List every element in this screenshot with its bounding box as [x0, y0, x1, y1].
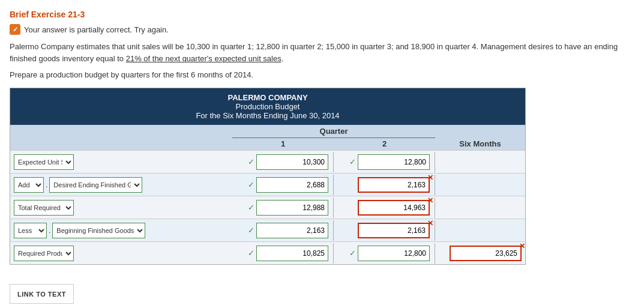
- total-q1-wrapper: ✓: [256, 200, 328, 216]
- beginning-q1-input[interactable]: [256, 223, 328, 238]
- desired-q1-wrapper: ✓: [256, 177, 328, 193]
- desired-q2-wrapper: ✕: [358, 177, 430, 193]
- link-to-text-container[interactable]: LINK TO TEXT: [10, 284, 74, 304]
- row-left-desired: Add . Desired Ending Finished Goods Inve…: [10, 175, 232, 195]
- row-left-beginning: Less . Beginning Finished Goods Inventor…: [10, 220, 232, 241]
- six-spacer: [435, 125, 525, 138]
- production-q2-input[interactable]: [358, 246, 430, 261]
- expected-row-select[interactable]: Expected Unit Sales: [14, 154, 74, 170]
- expected-q2-check: ✓: [349, 157, 356, 166]
- budget-type: Production Budget: [13, 102, 523, 111]
- production-q1-input[interactable]: [256, 246, 328, 261]
- expected-q2-input[interactable]: [358, 154, 430, 170]
- expected-q1-check: ✓: [248, 157, 254, 166]
- expected-six-cell: [435, 160, 525, 165]
- col-q2-header: 2: [334, 138, 435, 150]
- row-cells-desired: ✓ ✕: [232, 175, 435, 195]
- total-six-cell: [435, 205, 525, 210]
- production-six-input[interactable]: [450, 246, 522, 261]
- row-cells-total: ✓ ✕: [232, 198, 435, 218]
- desc-text-2: .: [281, 54, 284, 63]
- partial-correct-banner: ✓ Your answer is partially correct. Try …: [10, 24, 634, 35]
- production-six-wrapper: ✕: [450, 246, 522, 261]
- total-q2-input[interactable]: [358, 200, 430, 216]
- production-six-cell: ✕: [435, 243, 525, 264]
- link-to-text-section: LINK TO TEXT: [10, 274, 634, 304]
- desc-underline: 21% of the next quarter's expected unit …: [126, 54, 281, 63]
- total-q1-input[interactable]: [256, 200, 328, 216]
- row-left-production: Required Production Units: [10, 243, 232, 264]
- total-q1-check: ✓: [248, 203, 254, 212]
- row-total-required: Total Required Units ✓ ✕: [10, 196, 525, 219]
- production-q1-cell: ✓: [232, 243, 334, 264]
- row-required-production: Required Production Units ✓ ✓ ✕: [10, 241, 525, 264]
- expected-q2-wrapper: ✓: [358, 154, 430, 170]
- partial-text: Your answer is partially correct. Try ag…: [24, 25, 169, 34]
- production-q1-check: ✓: [248, 249, 254, 258]
- add-prefix: Add . Desired Ending Finished Goods Inve…: [14, 177, 142, 193]
- dot-separator2: .: [49, 226, 50, 235]
- link-to-text-button[interactable]: LINK TO TEXT: [17, 291, 66, 298]
- row-beginning-fg: Less . Beginning Finished Goods Inventor…: [10, 219, 525, 241]
- desired-label-select[interactable]: Desired Ending Finished Goods Inventory: [49, 177, 142, 193]
- total-q2-x: ✕: [427, 196, 433, 205]
- company-name: PALERMO COMPANY: [13, 93, 523, 102]
- quarter-label-row: Quarter: [10, 125, 525, 138]
- beginning-six-cell: [435, 228, 525, 233]
- row-expected-unit-sales: Expected Unit Sales ✓ ✓: [10, 150, 525, 173]
- row-left-total: Total Required Units: [10, 198, 232, 218]
- desired-q2-x: ✕: [427, 174, 433, 182]
- desired-six-cell: [435, 183, 525, 187]
- beginning-q1-check: ✓: [248, 226, 254, 235]
- beginning-q2-input[interactable]: [358, 223, 430, 238]
- beginning-label-select[interactable]: Beginning Finished Goods Inventory: [52, 223, 145, 238]
- row-cells-expected: ✓ ✓: [232, 152, 435, 172]
- less-prefix: Less . Beginning Finished Goods Inventor…: [14, 223, 145, 238]
- desired-q1-cell: ✓: [232, 175, 334, 195]
- prepare-text: Prepare a production budget by quarters …: [10, 70, 634, 79]
- col-nums: 1 2: [232, 138, 435, 150]
- beginning-q2-wrapper: ✕: [358, 223, 430, 238]
- total-q2-cell: ✕: [334, 198, 435, 218]
- beginning-q1-cell: ✓: [232, 220, 334, 241]
- production-six-x: ✕: [519, 242, 525, 250]
- partial-check-icon: ✓: [10, 24, 20, 35]
- period: For the Six Months Ending June 30, 2014: [13, 111, 523, 120]
- spacer: [10, 125, 232, 138]
- col-q1-header: 1: [232, 138, 334, 150]
- row-left-expected: Expected Unit Sales: [10, 152, 232, 172]
- desired-q2-cell: ✕: [334, 175, 435, 195]
- desired-q1-input[interactable]: [256, 177, 328, 193]
- production-budget-table: PALERMO COMPANY Production Budget For th…: [10, 88, 526, 265]
- desc-text-1: Palermo Company estimates that unit sale…: [10, 42, 618, 63]
- desired-q2-input[interactable]: [358, 177, 430, 193]
- add-select[interactable]: Add: [14, 177, 44, 193]
- production-q2-wrapper: ✓: [358, 246, 430, 261]
- row-desired-ending: Add . Desired Ending Finished Goods Inve…: [10, 173, 525, 196]
- quarter-label: Quarter: [232, 125, 435, 138]
- expected-q2-cell: ✓: [334, 152, 435, 172]
- col-six-header: Six Months: [435, 138, 525, 150]
- dot-separator: .: [46, 181, 47, 189]
- beginning-q2-cell: ✕: [334, 220, 435, 241]
- table-header: PALERMO COMPANY Production Budget For th…: [10, 88, 525, 125]
- production-row-select[interactable]: Required Production Units: [14, 246, 74, 261]
- desired-q1-check: ✓: [248, 180, 254, 189]
- production-q2-cell: ✓: [334, 243, 435, 264]
- less-select[interactable]: Less: [14, 223, 47, 238]
- spacer2: [10, 138, 232, 150]
- total-q1-cell: ✓: [232, 198, 334, 218]
- production-q1-wrapper: ✓: [256, 246, 328, 261]
- beginning-q2-x: ✕: [427, 219, 433, 228]
- page-title: Brief Exercise 21-3: [10, 10, 634, 19]
- row-cells-production: ✓ ✓: [232, 243, 435, 264]
- production-q2-check: ✓: [349, 249, 356, 258]
- expected-q1-input[interactable]: [256, 154, 328, 170]
- row-cells-beginning: ✓ ✕: [232, 220, 435, 241]
- expected-q1-wrapper: ✓: [256, 154, 328, 170]
- total-q2-wrapper: ✕: [358, 200, 430, 216]
- expected-q1-cell: ✓: [232, 152, 334, 172]
- col-header-row: 1 2 Six Months: [10, 138, 525, 150]
- beginning-q1-wrapper: ✓: [256, 223, 328, 238]
- total-row-select[interactable]: Total Required Units: [14, 200, 74, 216]
